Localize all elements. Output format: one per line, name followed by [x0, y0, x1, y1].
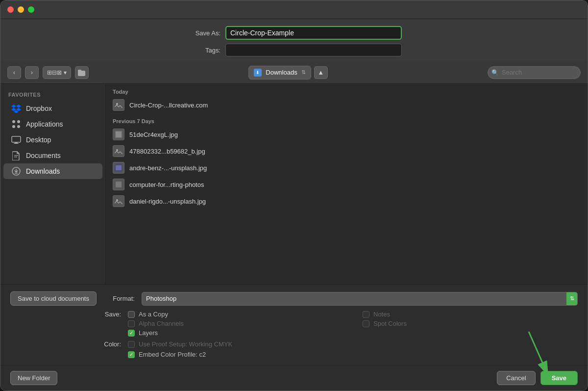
file-thumbnail — [113, 99, 124, 111]
svg-rect-1 — [78, 70, 81, 72]
dropbox-label: Dropbox — [26, 104, 52, 112]
svg-rect-22 — [116, 182, 122, 187]
list-item[interactable]: 51deCr4exgL.jpg — [106, 126, 587, 143]
desktop-icon — [11, 135, 21, 145]
save-cloud-button[interactable]: Save to cloud documents — [10, 291, 97, 306]
search-wrapper: 🔍 — [488, 66, 581, 79]
color-label: Color: — [98, 340, 128, 358]
alpha-channels-checkbox[interactable] — [128, 320, 135, 327]
svg-point-3 — [17, 120, 20, 123]
alpha-channels-label: Alpha Channels — [139, 320, 184, 327]
format-value: Photoshop — [146, 295, 176, 302]
sidebar-item-downloads[interactable]: Downloads — [3, 163, 102, 179]
svg-rect-7 — [15, 142, 18, 143]
location-label: Downloads — [266, 69, 297, 76]
save-as-input[interactable] — [225, 26, 402, 40]
dropdown-arrows-icon: ⇅ — [301, 69, 306, 76]
embed-color-row: ✓ Embed Color Profile: c2 — [128, 351, 578, 358]
sidebar-item-desktop[interactable]: Desktop — [3, 132, 102, 148]
favorites-label: Favorites — [0, 90, 105, 101]
view-icon: ⊞⊟⊠ — [47, 69, 62, 76]
titlebar — [0, 0, 588, 19]
format-label: Format: — [105, 295, 135, 302]
sidebar: Favorites Dropbox — [0, 84, 106, 284]
save-options-label: Save: — [98, 311, 128, 337]
use-proof-checkbox[interactable] — [128, 341, 135, 348]
save-as-section: Save As: Tags: — [0, 19, 588, 61]
svg-rect-8 — [14, 143, 19, 144]
sidebar-item-dropbox[interactable]: Dropbox — [3, 101, 102, 116]
search-input[interactable] — [488, 66, 581, 79]
svg-point-4 — [12, 125, 15, 128]
notes-label: Notes — [373, 311, 390, 318]
downloads-folder-icon: ⬇ — [254, 69, 262, 77]
spot-colors-row: Spot Colors — [363, 320, 578, 327]
back-button[interactable]: ‹ — [7, 66, 21, 79]
forward-button[interactable]: › — [25, 66, 39, 79]
tags-label: Tags: — [186, 47, 220, 54]
new-folder-toolbar-button[interactable] — [75, 66, 89, 79]
toolbar: ‹ › ⊞⊟⊠ ▾ ⬇ Downloads ⇅ ▲ 🔍 — [0, 61, 588, 84]
main-content: Favorites Dropbox — [0, 84, 588, 284]
check-icon: ✓ — [129, 330, 133, 336]
list-item[interactable]: 478802332...b59682_b.jpg — [106, 143, 587, 159]
tags-row: Tags: — [186, 44, 402, 56]
documents-label: Documents — [26, 152, 61, 159]
as-copy-label: As a Copy — [139, 311, 168, 318]
svg-point-5 — [17, 125, 20, 128]
check-icon: ✓ — [129, 352, 133, 357]
file-thumbnail — [113, 129, 124, 140]
embed-color-label: Embed Color Profile: c2 — [139, 351, 206, 358]
notes-checkbox[interactable] — [363, 311, 369, 318]
svg-point-2 — [12, 120, 15, 123]
svg-rect-6 — [12, 136, 21, 142]
file-thumbnail — [113, 195, 124, 207]
use-proof-label: Use Proof Setup: Working CMYK — [139, 340, 232, 348]
applications-label: Applications — [26, 120, 63, 128]
sidebar-item-documents[interactable]: Documents — [3, 148, 102, 163]
file-name: daniel-rigdo...-unsplash.jpg — [129, 198, 206, 205]
save-checkboxes: As a Copy Notes Alpha Channels Spot Colo… — [128, 311, 578, 337]
expand-button[interactable]: ▲ — [314, 66, 328, 79]
maximize-button[interactable] — [28, 6, 34, 13]
list-item[interactable]: daniel-rigdo...-unsplash.jpg — [106, 193, 587, 209]
file-name: Circle-Crop-...llcreative.com — [129, 102, 208, 109]
svg-point-18 — [116, 149, 118, 151]
format-dropdown[interactable]: Photoshop ⇅ — [142, 292, 578, 306]
embed-color-checkbox[interactable]: ✓ — [128, 351, 135, 358]
spot-colors-checkbox[interactable] — [363, 320, 369, 327]
as-copy-checkbox[interactable] — [128, 311, 135, 318]
save-as-row: Save As: — [186, 26, 402, 40]
layers-checkbox[interactable]: ✓ — [128, 330, 135, 337]
desktop-label: Desktop — [26, 136, 51, 144]
save-dialog: Save As: Tags: ‹ › ⊞⊟⊠ ▾ ⬇ Downloa — [0, 0, 588, 391]
save-button[interactable]: Save — [540, 371, 578, 385]
cancel-button[interactable]: Cancel — [497, 371, 535, 385]
options-section: Save to cloud documents Format: Photosho… — [0, 284, 588, 365]
file-name: 478802332...b59682_b.jpg — [129, 148, 205, 155]
color-checkboxes: Use Proof Setup: Working CMYK ✓ Embed Co… — [128, 340, 578, 358]
minimize-button[interactable] — [18, 6, 24, 13]
notes-row: Notes — [363, 311, 578, 318]
search-icon: 🔍 — [491, 69, 499, 76]
svg-rect-13 — [115, 101, 122, 109]
view-toggle-button[interactable]: ⊞⊟⊠ ▾ — [43, 66, 71, 79]
list-item[interactable]: Circle-Crop-...llcreative.com — [106, 97, 587, 113]
svg-point-24 — [116, 199, 118, 201]
svg-rect-23 — [115, 197, 122, 205]
list-item[interactable]: andre-benz-...-unsplash.jpg — [106, 159, 587, 176]
sidebar-item-applications[interactable]: Applications — [3, 116, 102, 132]
dropbox-icon — [11, 104, 21, 113]
close-button[interactable] — [7, 6, 14, 13]
file-thumbnail — [113, 179, 124, 190]
new-folder-button[interactable]: New Folder — [10, 371, 57, 385]
spot-colors-label: Spot Colors — [373, 320, 407, 327]
svg-rect-20 — [116, 165, 122, 170]
list-item[interactable]: computer-for...rting-photos — [106, 176, 587, 193]
location-dropdown[interactable]: ⬇ Downloads ⇅ — [248, 66, 311, 79]
tags-input[interactable] — [225, 44, 402, 56]
svg-rect-17 — [115, 147, 122, 155]
section-today: Today — [106, 84, 587, 97]
layers-row: ✓ Layers — [128, 329, 343, 337]
section-previous7days: Previous 7 Days — [106, 113, 587, 126]
